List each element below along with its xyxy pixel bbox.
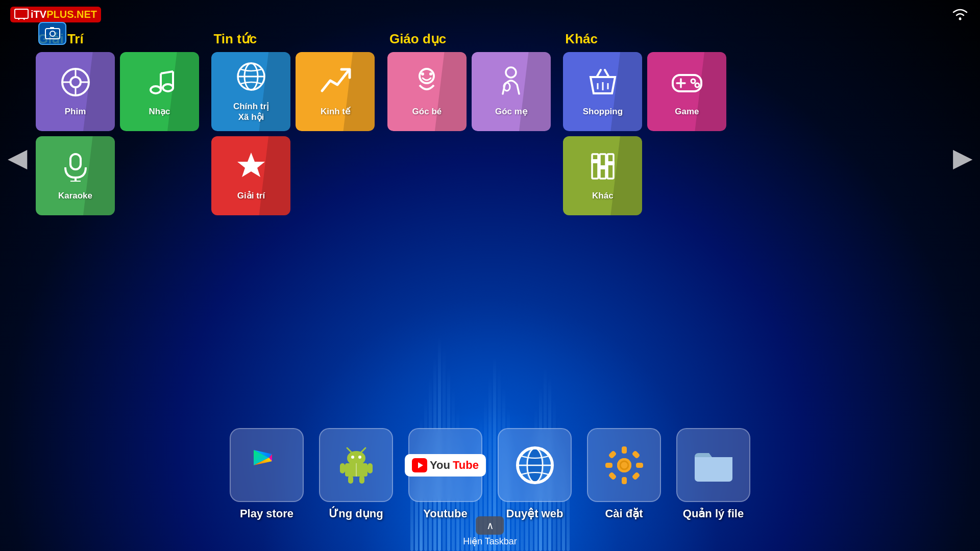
cai-dat-icon xyxy=(603,444,645,486)
show-taskbar-button[interactable]: ∧ xyxy=(476,516,504,535)
youtube-icon-box: YouTube xyxy=(408,428,482,502)
taskbar-label: Hiện Taskbar xyxy=(463,536,517,547)
svg-rect-18 xyxy=(70,154,81,169)
globe-icon-box xyxy=(498,428,572,502)
app-play-store[interactable]: Play store xyxy=(230,428,304,520)
logo-text: iTVPLUS.NET xyxy=(31,9,97,20)
nav-arrow-right[interactable]: ▶ xyxy=(953,143,972,172)
tile-chinh-tri[interactable]: Chính trịXã hội xyxy=(211,52,290,131)
tile-game[interactable]: Game xyxy=(647,52,726,131)
svg-point-51 xyxy=(358,456,361,459)
app-ung-dung-label: Ứng dụng xyxy=(329,507,383,520)
play-store-icon-box xyxy=(230,428,304,502)
microphone-icon xyxy=(60,151,91,188)
tile-chinh-tri-label: Chính trịXã hội xyxy=(233,101,269,122)
tile-nhac-label: Nhạc xyxy=(149,106,170,117)
logo: iTVPLUS.NET xyxy=(10,7,101,22)
app-youtube[interactable]: YouTube Youtube xyxy=(408,428,482,520)
star-icon xyxy=(235,151,267,187)
category-giao-duc: Giáo dục Góc bé xyxy=(387,31,551,136)
tv-icon xyxy=(14,9,29,20)
app-cai-dat-label: Cài đặt xyxy=(605,507,643,520)
svg-point-36 xyxy=(691,79,695,83)
svg-rect-43 xyxy=(606,161,615,165)
svg-point-28 xyxy=(506,67,516,78)
wifi-icon xyxy=(950,5,970,23)
svg-point-26 xyxy=(421,72,424,76)
svg-rect-70 xyxy=(622,446,627,454)
svg-line-53 xyxy=(361,448,365,452)
svg-point-27 xyxy=(429,72,432,76)
tile-nhac[interactable]: Nhạc xyxy=(120,52,199,131)
svg-point-49 xyxy=(347,451,365,465)
sliders-icon xyxy=(587,151,619,188)
svg-point-4 xyxy=(50,31,55,36)
app-cai-dat[interactable]: Cài đặt xyxy=(587,428,661,520)
svg-rect-57 xyxy=(359,475,364,484)
svg-line-17 xyxy=(161,71,173,73)
svg-line-52 xyxy=(347,448,351,452)
svg-rect-0 xyxy=(15,9,28,18)
tile-goc-me-label: Góc mẹ xyxy=(495,106,527,117)
tile-kinh-te[interactable]: Kinh tế xyxy=(296,52,375,131)
film-icon xyxy=(60,67,91,104)
tile-game-label: Game xyxy=(675,107,699,117)
svg-rect-75 xyxy=(631,450,640,459)
baby-icon xyxy=(411,67,442,104)
tile-giai-tri-news[interactable]: Giải trí xyxy=(211,136,290,215)
category-title-khac: Khác xyxy=(563,31,726,47)
app-quan-ly-file[interactable]: Quản lý file xyxy=(676,428,750,520)
category-khac: Khác Shopping xyxy=(563,31,726,220)
nav-arrow-left[interactable]: ◀ xyxy=(8,143,27,172)
svg-rect-55 xyxy=(368,463,373,473)
svg-rect-42 xyxy=(599,165,607,169)
android-icon-box xyxy=(319,428,393,502)
category-title-tin-tuc: Tin tức xyxy=(211,31,375,47)
svg-rect-74 xyxy=(608,450,617,459)
youtube-play-icon xyxy=(412,458,427,472)
tile-shopping[interactable]: Shopping xyxy=(563,52,642,131)
svg-point-6 xyxy=(959,18,962,20)
tile-phim[interactable]: Phim xyxy=(36,52,115,131)
svg-rect-77 xyxy=(631,471,640,480)
tile-khac-item[interactable]: Khác xyxy=(563,136,642,215)
svg-rect-3 xyxy=(45,29,60,39)
category-tin-tuc: Tin tức Chính trịXã hội xyxy=(211,31,375,220)
svg-rect-41 xyxy=(591,159,599,163)
globe-icon xyxy=(236,61,266,98)
svg-rect-73 xyxy=(636,463,643,468)
duyet-web-icon xyxy=(514,444,556,486)
gear-icon-box xyxy=(587,428,661,502)
svg-point-14 xyxy=(163,84,173,91)
android-icon xyxy=(336,445,377,486)
basket-icon xyxy=(587,67,618,104)
app-ung-dung[interactable]: Ứng dụng xyxy=(319,428,393,520)
svg-rect-76 xyxy=(608,471,617,480)
youtube-text: You xyxy=(430,459,450,472)
svg-point-78 xyxy=(617,458,631,472)
app-quan-ly-file-label: Quản lý file xyxy=(683,507,744,520)
quan-ly-file-icon xyxy=(692,446,735,484)
music-icon xyxy=(144,66,175,103)
category-giai-tri: Giải Trí Phim xyxy=(36,31,199,220)
tile-goc-me[interactable]: Góc mẹ xyxy=(472,52,551,131)
header: iTVPLUS.NET xyxy=(0,0,980,29)
tile-karaoke[interactable]: Karaoke xyxy=(36,136,115,215)
tile-goc-be[interactable]: Góc bé xyxy=(387,52,467,131)
mother-icon xyxy=(496,66,526,103)
category-title-giao-duc: Giáo dục xyxy=(387,31,551,47)
folder-icon-box xyxy=(676,428,750,502)
svg-point-37 xyxy=(695,83,699,87)
app-play-store-label: Play store xyxy=(240,507,293,520)
gamepad-icon xyxy=(670,67,704,104)
screenshot-icon xyxy=(38,22,66,45)
app-duyet-web[interactable]: Duyệt web xyxy=(498,428,572,520)
trending-up-icon xyxy=(319,66,352,103)
tile-giai-tri-news-label: Giải trí xyxy=(237,190,265,201)
svg-rect-72 xyxy=(605,463,612,468)
svg-rect-5 xyxy=(50,27,54,29)
youtube-logo: YouTube xyxy=(405,454,486,477)
svg-point-13 xyxy=(151,86,161,93)
tile-kinh-te-label: Kinh tế xyxy=(321,106,350,117)
taskbar-hint: ∧ Hiện Taskbar xyxy=(463,516,517,547)
